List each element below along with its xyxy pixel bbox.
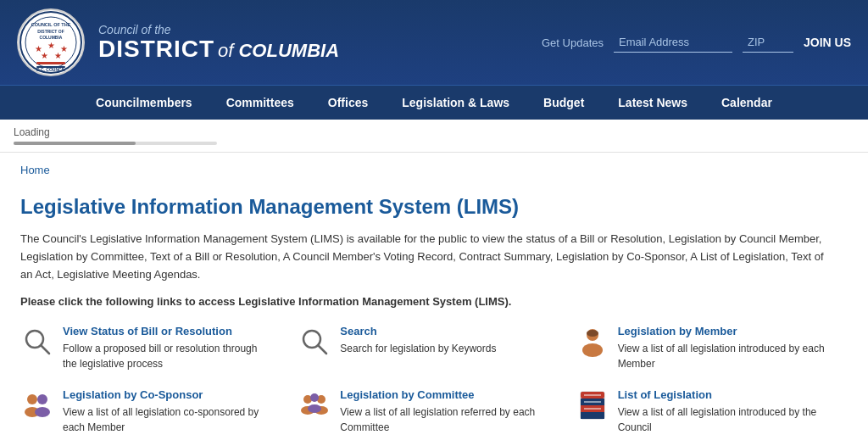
committee-icon [298,388,331,422]
svg-text:DISTRICT OF: DISTRICT OF [37,29,64,34]
svg-point-22 [37,394,47,404]
search-content: Search Search for legislation by Keyword… [340,325,496,356]
view-status-desc: Follow a proposed bill or resolution thr… [63,343,257,370]
svg-text:★: ★ [47,41,55,50]
view-status-icon [20,325,54,359]
main-content: Legislative Information Management Syste… [0,187,848,446]
nav-calendar[interactable]: Calendar [704,86,789,120]
committee-content: Legislation by Committee View a list of … [340,388,549,435]
cosponsor-icon [20,388,54,422]
cosponsor-content: Legislation by Co-Sponsor View a list of… [63,388,272,435]
of-columbia-label: of COLUMBIA [218,40,339,61]
cards-grid: View Status of Bill or Resolution Follow… [20,325,827,435]
nav-councilmembers[interactable]: Councilmembers [79,86,209,120]
svg-line-14 [41,345,49,354]
zip-input[interactable] [743,32,793,53]
card-cosponsor: Legislation by Co-Sponsor View a list of… [20,388,272,435]
svg-rect-10 [36,62,65,64]
site-logo: COUNCIL OF THE DISTRICT OF COLUMBIA ★ ★ … [17,8,85,76]
legislation-by-member-desc: View a list of all legislation introduce… [618,343,825,370]
get-updates-label: Get Updates [542,36,604,49]
email-input[interactable] [614,32,732,53]
svg-point-18 [582,343,603,357]
join-us-button[interactable]: JOIN US [804,36,851,49]
district-label: DISTRICT [98,36,214,62]
loading-text: Loading [14,126,854,138]
view-status-link[interactable]: View Status of Bill or Resolution [63,325,272,337]
loading-bar-fill [14,142,136,145]
svg-point-23 [35,407,50,417]
site-title: Council of the DISTRICT of COLUMBIA [98,23,542,63]
loading-bar-container: Loading [0,120,868,153]
svg-text:★: ★ [41,51,48,60]
breadcrumb-home[interactable]: Home [20,164,50,176]
svg-point-29 [308,404,321,413]
header: COUNCIL OF THE DISTRICT OF COLUMBIA ★ ★ … [0,0,868,85]
card-committee: Legislation by Committee View a list of … [298,388,549,435]
list-legislation-icon [576,388,609,422]
nav-budget[interactable]: Budget [526,86,601,120]
council-of-label: Council of the [98,23,542,36]
nav-committees[interactable]: Committees [209,86,311,120]
header-right: Get Updates JOIN US [542,32,851,53]
cosponsor-link[interactable]: Legislation by Co-Sponsor [63,388,272,401]
search-icon [298,325,331,359]
committee-link[interactable]: Legislation by Committee [340,388,549,401]
list-legislation-desc: View a list of all legislation introduce… [618,406,817,433]
svg-point-20 [27,394,37,404]
svg-line-16 [318,345,326,354]
card-legislation-by-member: Legislation by Member View a list of all… [576,325,827,371]
intro-text: The Council's Legislative Information Ma… [20,231,827,283]
loading-bar [14,142,217,145]
list-legislation-content: List of Legislation View a list of all l… [618,388,827,435]
nav-legislation[interactable]: Legislation & Laws [385,86,526,120]
nav-latest-news[interactable]: Latest News [601,86,704,120]
committee-desc: View a list of all legislation referred … [340,406,535,433]
card-view-status: View Status of Bill or Resolution Follow… [20,325,272,371]
click-instruction: Please click the following links to acce… [20,295,827,308]
search-link[interactable]: Search [340,325,496,337]
card-search: Search Search for legislation by Keyword… [298,325,549,371]
svg-text:COUNCIL OF THE: COUNCIL OF THE [31,22,71,27]
card-list-legislation: List of Legislation View a list of all l… [576,388,827,435]
breadcrumb: Home [0,153,868,187]
legislation-by-member-content: Legislation by Member View a list of all… [618,325,827,371]
svg-text:★: ★ [54,51,62,60]
main-nav: Councilmembers Committees Offices Legisl… [0,85,868,120]
svg-text:COLUMBIA: COLUMBIA [40,35,63,40]
search-desc: Search for legislation by Keywords [340,343,496,354]
svg-text:D.C. COUNCIL: D.C. COUNCIL [36,67,65,72]
nav-offices[interactable]: Offices [311,86,385,120]
cosponsor-desc: View a list of all legislation co-sponso… [63,406,259,433]
svg-point-19 [587,330,598,337]
view-status-content: View Status of Bill or Resolution Follow… [63,325,272,371]
page-title: Legislative Information Management Syste… [20,195,827,219]
svg-rect-34 [581,412,604,419]
list-legislation-link[interactable]: List of Legislation [618,388,827,401]
svg-point-28 [310,393,319,402]
member-icon [576,325,609,359]
legislation-by-member-link[interactable]: Legislation by Member [618,325,827,337]
